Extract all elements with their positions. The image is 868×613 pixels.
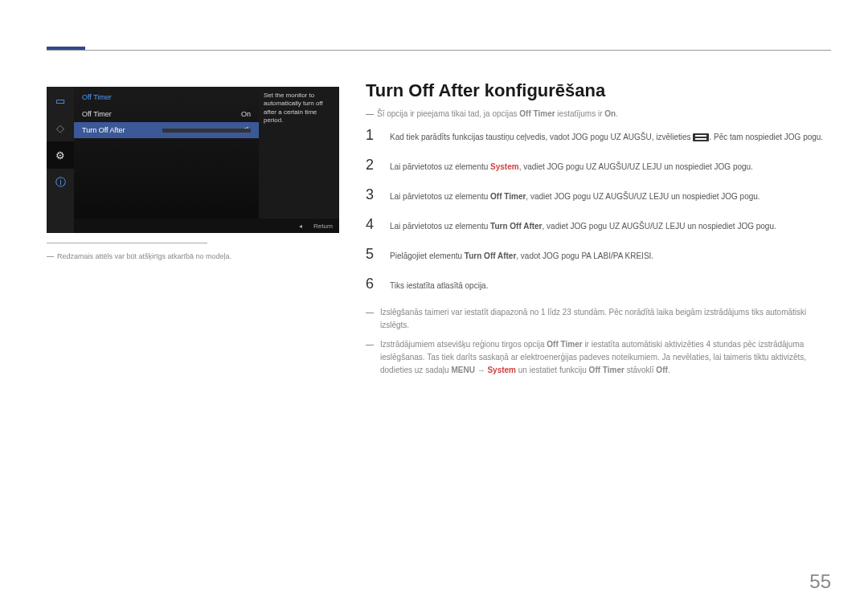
intro-bold1: Off Timer	[519, 109, 555, 118]
step-number: 3	[366, 187, 379, 202]
intro-mid: iestatījums ir	[555, 109, 605, 118]
footer-note-2: ― Izstrādājumiem atsevišķu reģionu tirgo…	[366, 338, 831, 377]
step-number: 6	[366, 276, 379, 291]
osd-header: Off Timer	[74, 87, 259, 106]
dash-icon: ―	[366, 109, 374, 118]
osd-main: Off Timer Off Timer On Turn Off After 4h	[74, 87, 259, 233]
monitor-osd-preview: ▭ ◇ ⚙ ⓘ Off Timer Off Timer On Turn Off …	[47, 87, 339, 233]
note-text: Izstrādājumiem atsevišķu reģionu tirgos …	[380, 338, 831, 377]
main-content: Turn Off After konfigurēšana ―Šī opcija …	[366, 80, 831, 383]
step-text: Lai pārvietotos uz elementu System, vadi…	[390, 161, 753, 173]
caption-text: Redzamais attēls var būt atšķirīgs atkar…	[57, 252, 231, 260]
options-icon: ◇	[47, 114, 74, 141]
caption-separator	[47, 243, 207, 243]
header-rule	[47, 50, 831, 51]
step-2: 2 Lai pārvietotos uz elementu System, va…	[366, 157, 831, 173]
step-text: Lai pārvietotos uz elementu Turn Off Aft…	[390, 220, 776, 232]
slider-track[interactable]	[162, 129, 251, 133]
step-3: 3 Lai pārvietotos uz elementu Off Timer,…	[366, 187, 831, 202]
step-text: Tiks iestatīta atlasītā opcija.	[390, 280, 488, 292]
step-number: 2	[366, 157, 379, 172]
step-5: 5 Pielāgojiet elementu Turn Off After, v…	[366, 247, 831, 262]
step-number: 5	[366, 247, 379, 261]
dash-icon: ―	[47, 252, 54, 260]
step-text: Lai pārvietotos uz elementu Off Timer, v…	[390, 190, 760, 202]
page-number: 55	[809, 570, 831, 593]
image-caption: ―Redzamais attēls var būt atšķirīgs atka…	[47, 252, 231, 260]
info-icon: ⓘ	[47, 169, 74, 196]
osd-sidebar: ▭ ◇ ⚙ ⓘ	[47, 87, 74, 233]
menu-value: On	[241, 110, 251, 118]
gear-icon: ⚙	[47, 141, 74, 169]
page-title: Turn Off After konfigurēšana	[366, 80, 831, 101]
note-text: Izslēgšanās taimeri var iestatīt diapazo…	[380, 306, 831, 332]
intro-post: .	[616, 109, 618, 118]
step-number: 1	[366, 128, 379, 142]
menu-label: Off Timer	[82, 110, 112, 118]
menu-label: Turn Off After	[82, 126, 125, 134]
intro-bold2: On	[604, 109, 616, 118]
step-text: Kad tiek parādīts funkcijas taustiņu ceļ…	[390, 131, 823, 143]
step-number: 4	[366, 217, 379, 231]
menu-row-turn-off-after[interactable]: Turn Off After 4h	[74, 122, 259, 138]
osd-footer: ◂ Return	[74, 219, 339, 233]
step-4: 4 Lai pārvietotos uz elementu Turn Off A…	[366, 217, 831, 232]
step-1: 1 Kad tiek parādīts funkcijas taustiņu c…	[366, 128, 831, 143]
back-arrow-icon[interactable]: ◂	[299, 223, 302, 230]
menu-row-off-timer[interactable]: Off Timer On	[74, 106, 259, 122]
menu-icon	[693, 133, 709, 141]
dash-icon: ―	[366, 338, 374, 377]
intro-text: Šī opcija ir pieejama tikai tad, ja opci…	[377, 109, 519, 118]
step-text: Pielāgojiet elementu Turn Off After, vad…	[390, 250, 653, 262]
osd-description: Set the monitor to automatically turn of…	[259, 87, 339, 233]
dash-icon: ―	[366, 306, 374, 332]
footer-note-1: ― Izslēgšanās taimeri var iestatīt diapa…	[366, 306, 831, 332]
return-label[interactable]: Return	[313, 223, 333, 230]
step-6: 6 Tiks iestatīta atlasītā opcija.	[366, 276, 831, 292]
monitor-icon: ▭	[47, 87, 74, 114]
intro-note: ―Šī opcija ir pieejama tikai tad, ja opc…	[366, 108, 831, 120]
